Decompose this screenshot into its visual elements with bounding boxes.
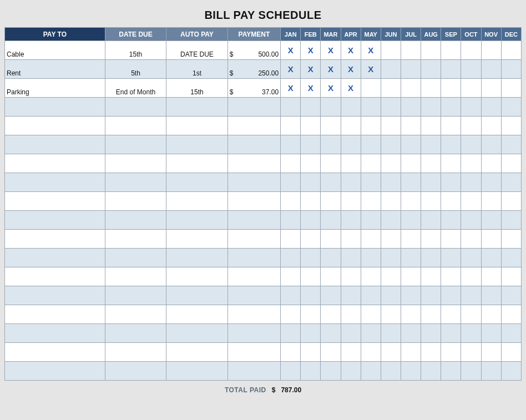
cell-month[interactable]: [321, 154, 341, 173]
cell-month[interactable]: [441, 267, 461, 286]
cell-month[interactable]: [381, 362, 401, 381]
cell-month[interactable]: [421, 41, 441, 60]
cell-month[interactable]: [341, 98, 361, 117]
cell-datedue[interactable]: [105, 98, 166, 117]
cell-month[interactable]: X: [301, 79, 321, 98]
cell-month[interactable]: [441, 173, 461, 192]
cell-month[interactable]: [301, 286, 321, 305]
cell-month[interactable]: [481, 192, 501, 211]
cell-month[interactable]: [461, 98, 481, 117]
cell-month[interactable]: [381, 117, 401, 135]
cell-datedue[interactable]: [105, 154, 166, 173]
cell-autopay[interactable]: 15th: [166, 79, 227, 98]
cell-month[interactable]: [301, 135, 321, 154]
cell-month[interactable]: [301, 267, 321, 286]
cell-datedue[interactable]: [105, 267, 166, 286]
cell-month[interactable]: [401, 60, 421, 79]
cell-month[interactable]: [461, 192, 481, 211]
cell-payment[interactable]: [227, 267, 280, 286]
cell-month[interactable]: X: [301, 41, 321, 60]
cell-month[interactable]: X: [361, 41, 381, 60]
cell-payto[interactable]: [5, 249, 105, 267]
cell-month[interactable]: [401, 79, 421, 98]
cell-month[interactable]: [401, 343, 421, 362]
cell-month[interactable]: [321, 230, 341, 249]
cell-month[interactable]: [321, 135, 341, 154]
cell-month[interactable]: [441, 41, 461, 60]
cell-month[interactable]: [461, 324, 481, 343]
cell-month[interactable]: [401, 98, 421, 117]
cell-month[interactable]: [301, 173, 321, 192]
cell-month[interactable]: [441, 154, 461, 173]
cell-month[interactable]: [441, 79, 461, 98]
cell-month[interactable]: [401, 211, 421, 230]
cell-month[interactable]: [361, 286, 381, 305]
cell-month[interactable]: [381, 230, 401, 249]
cell-payto[interactable]: Rent: [5, 60, 105, 79]
cell-autopay[interactable]: DATE DUE: [166, 41, 227, 60]
cell-payment[interactable]: [227, 154, 280, 173]
cell-month[interactable]: [361, 343, 381, 362]
cell-month[interactable]: [381, 192, 401, 211]
cell-month[interactable]: [441, 324, 461, 343]
cell-month[interactable]: [381, 249, 401, 267]
cell-month[interactable]: [341, 343, 361, 362]
cell-payment[interactable]: [227, 362, 280, 381]
cell-payto[interactable]: [5, 286, 105, 305]
cell-month[interactable]: [321, 324, 341, 343]
cell-month[interactable]: [401, 324, 421, 343]
cell-month[interactable]: [501, 230, 521, 249]
cell-month[interactable]: [481, 324, 501, 343]
cell-month[interactable]: [461, 249, 481, 267]
cell-month[interactable]: [421, 211, 441, 230]
cell-datedue[interactable]: 5th: [105, 60, 166, 79]
cell-month[interactable]: [381, 211, 401, 230]
cell-month[interactable]: [501, 211, 521, 230]
cell-month[interactable]: [501, 249, 521, 267]
cell-payto[interactable]: [5, 173, 105, 192]
cell-month[interactable]: [361, 324, 381, 343]
cell-month[interactable]: [281, 230, 301, 249]
cell-payto[interactable]: [5, 362, 105, 381]
cell-payto[interactable]: [5, 135, 105, 154]
cell-month[interactable]: [461, 267, 481, 286]
cell-month[interactable]: [461, 230, 481, 249]
cell-payto[interactable]: [5, 343, 105, 362]
cell-month[interactable]: [421, 135, 441, 154]
cell-month[interactable]: [461, 211, 481, 230]
cell-month[interactable]: [281, 135, 301, 154]
cell-month[interactable]: [341, 117, 361, 135]
cell-month[interactable]: [461, 41, 481, 60]
cell-month[interactable]: [421, 267, 441, 286]
cell-month[interactable]: X: [321, 79, 341, 98]
cell-month[interactable]: [321, 117, 341, 135]
cell-month[interactable]: [421, 192, 441, 211]
cell-autopay[interactable]: [166, 305, 227, 324]
cell-month[interactable]: [341, 267, 361, 286]
cell-month[interactable]: [461, 135, 481, 154]
cell-month[interactable]: [301, 230, 321, 249]
cell-month[interactable]: [341, 305, 361, 324]
cell-month[interactable]: [361, 135, 381, 154]
cell-month[interactable]: [281, 286, 301, 305]
cell-datedue[interactable]: [105, 230, 166, 249]
cell-month[interactable]: [481, 135, 501, 154]
cell-month[interactable]: [361, 211, 381, 230]
cell-month[interactable]: [301, 324, 321, 343]
cell-month[interactable]: [401, 267, 421, 286]
cell-month[interactable]: [301, 117, 321, 135]
cell-month[interactable]: [481, 98, 501, 117]
cell-payto[interactable]: Parking: [5, 79, 105, 98]
cell-datedue[interactable]: [105, 211, 166, 230]
cell-month[interactable]: [281, 154, 301, 173]
cell-autopay[interactable]: [166, 249, 227, 267]
cell-payment[interactable]: [227, 324, 280, 343]
cell-payment[interactable]: $37.00: [227, 79, 280, 98]
cell-month[interactable]: [501, 41, 521, 60]
cell-month[interactable]: [341, 324, 361, 343]
cell-payto[interactable]: [5, 324, 105, 343]
cell-month[interactable]: [401, 154, 421, 173]
cell-month[interactable]: [401, 41, 421, 60]
cell-month[interactable]: [461, 154, 481, 173]
cell-autopay[interactable]: [166, 286, 227, 305]
